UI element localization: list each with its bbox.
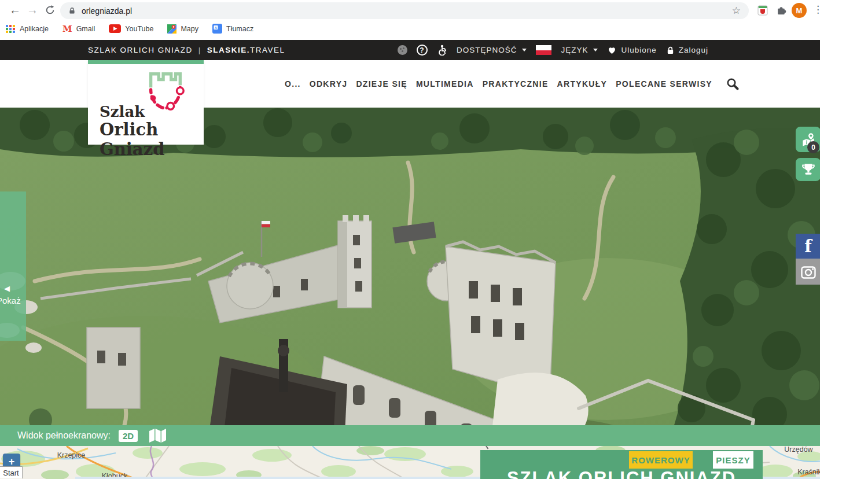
forward-button[interactable]: → (24, 2, 41, 18)
mode-2d-button[interactable]: 2D (119, 430, 138, 442)
page-content: SZLAK ORLICH GNIAZD | SLASKIE.TRAVEL ? D… (0, 40, 820, 479)
facebook-icon: f (804, 237, 811, 256)
svg-text:A: A (215, 26, 218, 30)
link-status-tooltip: Start (0, 466, 23, 478)
help-icon[interactable]: ? (417, 45, 428, 56)
nav-item-polecane-serwisy[interactable]: POLECANE SERWISY (616, 79, 712, 89)
back-button[interactable]: ← (7, 2, 23, 18)
castle-trail-icon (145, 68, 185, 113)
nav-item-o[interactable]: O... (285, 79, 301, 89)
contrast-icon[interactable] (398, 45, 407, 55)
maps-icon (167, 24, 176, 34)
poland-flag-icon[interactable] (536, 45, 551, 55)
trip-planner-button[interactable]: 0 (796, 127, 820, 152)
nav-item-dzieje-sie[interactable]: DZIEJE SIĘ (356, 79, 407, 89)
facebook-button[interactable]: f (796, 234, 820, 259)
language-dropdown[interactable]: JĘZYK (561, 46, 598, 54)
quests-button[interactable] (796, 158, 820, 181)
favorites-link[interactable]: Ulubione (607, 46, 656, 55)
browser-toolbar: ← → orlegniazda.pl ☆ (0, 0, 868, 21)
bike-trail-button[interactable]: ROWEROWY (629, 451, 693, 469)
reload-button[interactable] (42, 2, 58, 18)
bookmarks-bar: Aplikacje M Gmail YouTube Mapy (0, 21, 868, 36)
url-text: orlegniazda.pl (82, 6, 732, 16)
fullscreen-label: Widok pełnoekranowy: (17, 430, 111, 441)
site-logo[interactable]: Szlak Orlich Gniazd (88, 60, 204, 145)
map-label-krzepice: Krzepice (57, 451, 86, 459)
partner-brand[interactable]: SLASKIE.TRAVEL (207, 46, 285, 54)
translate-icon: A (212, 24, 222, 34)
extensions-puzzle-icon[interactable] (776, 5, 787, 18)
instagram-button[interactable] (796, 259, 820, 285)
map-view-button[interactable] (148, 428, 167, 443)
site-brand[interactable]: SZLAK ORLICH GNIAZD | SLASKIE.TRAVEL (88, 40, 285, 60)
brand-name: SZLAK ORLICH GNIAZD (88, 46, 193, 54)
instagram-icon (801, 265, 816, 279)
browser-menu-button[interactable]: ⋮ (813, 3, 822, 16)
trail-heading: SZLAK ORLICH GNIAZD (480, 468, 763, 479)
lock-icon (666, 46, 675, 55)
logo-text-line1: Szlak (100, 103, 145, 120)
nav-item-praktycznie[interactable]: PRAKTYCZNIE (483, 79, 549, 89)
address-bar[interactable]: orlegniazda.pl ☆ (60, 2, 749, 19)
route-map[interactable]: Krzepice Kłobuck Urzędów Kraśnik ROWEROW… (0, 446, 820, 479)
brand-divider: | (193, 46, 207, 54)
logo-text-line2: Orlich Gniazd (100, 120, 204, 159)
nav-item-multimedia[interactable]: MULTIMEDIA (416, 79, 474, 89)
lock-icon (68, 6, 76, 15)
heart-icon (607, 46, 617, 55)
site-topbar: SZLAK ORLICH GNIAZD | SLASKIE.TRAVEL ? D… (0, 40, 820, 60)
bookmark-maps[interactable]: Mapy (167, 24, 198, 34)
youtube-icon (109, 24, 121, 33)
extension-icon[interactable] (757, 5, 768, 19)
folded-map-icon (148, 428, 167, 443)
accessibility-dropdown[interactable]: DOSTĘPNOŚĆ (457, 46, 527, 54)
show-panel-label: Pokaż (0, 296, 21, 305)
chevron-down-icon (522, 49, 527, 51)
nav-item-odkryj[interactable]: ODKRYJ (310, 79, 348, 89)
fullscreen-viewbar: Widok pełnoekranowy: 2D (0, 425, 820, 446)
logo-green-strip (88, 60, 204, 64)
bookmark-gmail[interactable]: M Gmail (62, 24, 95, 34)
map-label-urzedow: Urzędów (784, 446, 813, 454)
bookmark-youtube[interactable]: YouTube (109, 24, 153, 33)
apps-grid-icon (6, 25, 16, 33)
bookmark-star-icon[interactable]: ☆ (732, 5, 741, 17)
bookmark-translate[interactable]: A Tłumacz (212, 24, 253, 34)
trophy-icon (801, 162, 816, 177)
profile-avatar[interactable]: M (792, 3, 807, 18)
accessibility-icon[interactable] (437, 45, 447, 56)
map-label-krasnik: Kraśnik (797, 468, 820, 476)
bookmark-apps[interactable]: Aplikacje (6, 25, 49, 33)
trip-count-badge: 0 (807, 141, 819, 153)
reload-icon (45, 5, 55, 15)
browser-window: ← → orlegniazda.pl ☆ (0, 0, 868, 479)
show-panel-toggle[interactable]: ◀ Pokaż (0, 191, 26, 341)
gmail-icon: M (62, 24, 72, 34)
collapse-arrow-icon: ◀ (4, 284, 10, 293)
chevron-down-icon (593, 49, 598, 51)
search-button[interactable] (726, 77, 740, 91)
walk-trail-button[interactable]: PIESZY (713, 451, 753, 469)
login-link[interactable]: Zaloguj (666, 46, 708, 55)
nav-item-artykuly[interactable]: ARTYKUŁY (557, 79, 608, 89)
search-icon (726, 77, 740, 91)
trail-overlay-panel: ROWEROWY PIESZY SZLAK ORLICH GNIAZD (480, 450, 763, 479)
